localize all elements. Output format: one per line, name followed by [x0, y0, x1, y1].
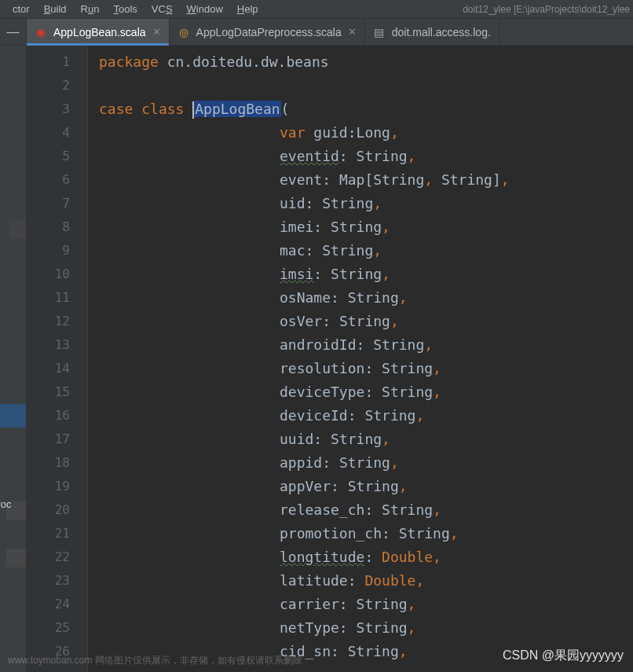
line-number: 3 [27, 97, 87, 121]
editor-area: eproc 1234567891011121314151617181920212… [0, 46, 633, 672]
code-line[interactable]: promotion_ch: String, [88, 522, 633, 545]
sidebar-clip-text: eproc [0, 498, 12, 510]
menu-build[interactable]: Build [38, 2, 73, 17]
code-line[interactable]: androidId: String, [88, 333, 633, 357]
tab-label: AppLogBean.scala [53, 26, 146, 39]
code-line[interactable]: imei: String, [88, 215, 633, 239]
menubar: ctor Build Run Tools VCS Window Help doi… [0, 0, 633, 19]
code-line[interactable]: appid: String, [88, 451, 633, 475]
line-number: 4 [27, 121, 87, 145]
line-number: 1 [27, 50, 87, 74]
code-line[interactable]: release_ch: String, [88, 498, 633, 522]
close-icon[interactable]: ✕ [348, 26, 357, 38]
file-icon: ▤ [373, 26, 386, 39]
code-line[interactable]: eventid: String, [88, 145, 633, 168]
code-line[interactable]: imsi: String, [88, 263, 633, 286]
line-number: 9 [27, 239, 87, 263]
line-number: 21 [27, 522, 87, 545]
code-line[interactable]: longtitude: Double, [88, 545, 633, 569]
code-line[interactable]: appVer: String, [88, 475, 633, 498]
line-number: 10 [27, 263, 87, 286]
code-line[interactable]: case class AppLogBean( [88, 97, 633, 121]
project-column[interactable]: eproc [0, 46, 27, 672]
code-line[interactable]: var guid:Long, [88, 121, 633, 145]
scala-icon: ◎ [177, 26, 190, 39]
code-line[interactable]: carrier: String, [88, 593, 633, 616]
line-number: 22 [27, 545, 87, 569]
code-line[interactable] [88, 74, 633, 97]
menu-window[interactable]: Window [181, 2, 229, 17]
code-line[interactable]: deviceId: String, [88, 404, 633, 428]
code-line[interactable]: event: Map[String, String], [88, 168, 633, 192]
code-editor[interactable]: package cn.doitedu.dw.beanscase class Ap… [88, 46, 633, 672]
line-number: 17 [27, 428, 87, 451]
close-icon[interactable]: ✕ [152, 26, 161, 38]
tab-applogdatapreprocess[interactable]: ◎ AppLogDataPreprocess.scala ✕ [170, 19, 365, 45]
line-number: 6 [27, 168, 87, 192]
code-line[interactable]: deviceType: String, [88, 380, 633, 404]
code-line[interactable]: uuid: String, [88, 428, 633, 451]
menu-tools[interactable]: Tools [107, 2, 143, 17]
line-number: 20 [27, 498, 87, 522]
collapse-button[interactable]: — [0, 19, 27, 45]
tab-bar: — ◉ AppLogBean.scala ✕ ◎ AppLogDataPrepr… [0, 19, 633, 46]
line-number: 2 [27, 74, 87, 97]
menu-run[interactable]: Run [75, 2, 106, 17]
menu-help[interactable]: Help [231, 2, 265, 17]
menu-vcs[interactable]: VCS [145, 2, 179, 17]
line-number: 13 [27, 333, 87, 357]
line-number: 8 [27, 215, 87, 239]
line-number: 5 [27, 145, 87, 168]
code-line[interactable]: package cn.doitedu.dw.beans [88, 50, 633, 74]
line-number: 23 [27, 569, 87, 593]
breadcrumb: doit12_ylee [E:\javaProjects\doit12_ylee [463, 0, 633, 19]
code-line[interactable]: osName: String, [88, 286, 633, 310]
line-number: 7 [27, 192, 87, 215]
line-number: 19 [27, 475, 87, 498]
scala-icon: ◉ [35, 26, 47, 39]
code-line[interactable]: osVer: String, [88, 310, 633, 333]
line-number: 24 [27, 593, 87, 616]
line-number: 11 [27, 286, 87, 310]
tab-accesslog[interactable]: ▤ doit.mall.access.log. [365, 19, 499, 45]
line-number: 15 [27, 380, 87, 404]
code-line[interactable]: uid: String, [88, 192, 633, 215]
line-number: 18 [27, 451, 87, 475]
tab-label: AppLogDataPreprocess.scala [196, 26, 342, 39]
line-number: 12 [27, 310, 87, 333]
line-number: 25 [27, 616, 87, 640]
menu-refactor[interactable]: ctor [6, 2, 36, 17]
code-line[interactable]: latitude: Double, [88, 569, 633, 593]
watermark-source: www.toymoban.com 网络图片仅供展示，非存储，如有侵权请联系删除 [8, 654, 302, 667]
watermark-csdn: CSDN @果园yyyyyyy [503, 648, 624, 664]
line-gutter: 1234567891011121314151617181920212223242… [27, 46, 88, 672]
code-line[interactable]: netType: String, [88, 616, 633, 640]
tab-applogbean[interactable]: ◉ AppLogBean.scala ✕ [27, 19, 170, 45]
line-number: 16 [27, 404, 87, 428]
line-number: 14 [27, 357, 87, 380]
code-line[interactable]: resolution: String, [88, 357, 633, 380]
code-line[interactable]: mac: String, [88, 239, 633, 263]
tab-label: doit.mall.access.log. [392, 26, 491, 39]
